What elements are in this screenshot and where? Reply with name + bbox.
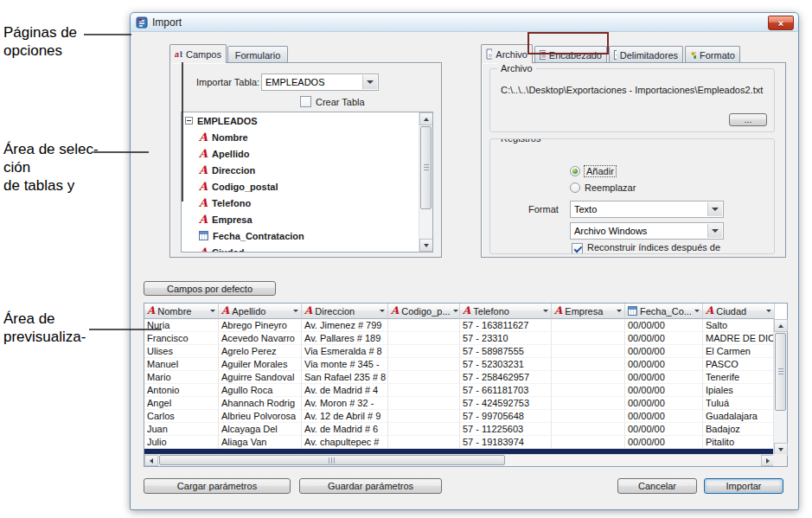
tree-scrollbar[interactable] <box>419 112 432 252</box>
scrollbar-thumb[interactable] <box>775 333 786 411</box>
encoding-combobox[interactable]: Archivo Windows <box>570 222 724 240</box>
table-cell <box>388 332 460 345</box>
table-cell <box>388 410 460 423</box>
rebuild-indexes-checkbox[interactable]: Reconstruir índices después de importar <box>572 242 741 254</box>
tree-item-codigo_postal[interactable]: ACodigo_postal <box>182 178 432 195</box>
column-header-6[interactable]: Fecha_Co... <box>625 304 703 319</box>
text-field-icon: A <box>199 165 208 175</box>
table-cell: Aguiler Morales <box>219 358 302 371</box>
tree-item-apellido[interactable]: AApellido <box>182 145 432 162</box>
table-row[interactable]: UlisesAgrelo PerezVia Esmeralda # 857 - … <box>144 345 775 358</box>
default-fields-button[interactable]: Campos por defecto <box>144 281 276 296</box>
tab-encabezado[interactable]: Encabezado <box>534 46 607 63</box>
tree-item-label: Empresa <box>212 214 252 225</box>
table-row[interactable]: NuriaAbrego PineyroAv. Jimenez # 79957 -… <box>144 319 775 332</box>
tree-item-telefono[interactable]: ATelefono <box>182 195 432 211</box>
tab-formulario[interactable]: Formulario <box>227 46 288 63</box>
titlebar[interactable]: Import × <box>131 13 798 32</box>
collapse-icon[interactable] <box>185 117 193 125</box>
load-parameters-label: Cargar parámetros <box>177 481 257 491</box>
table-cell: Pitalito <box>703 436 775 449</box>
column-header-0[interactable]: ANombre <box>144 304 219 319</box>
table-row[interactable]: AngelAhannach RodrigAv. Moron # 32 -57 -… <box>144 397 775 410</box>
tab-campos[interactable]: a b c Campos <box>169 44 227 63</box>
grip-icon <box>424 164 429 171</box>
browse-button[interactable]: ... <box>729 113 767 126</box>
table-row[interactable]: JulioAliaga VanAv. chapultepec #57 - 191… <box>144 436 775 449</box>
column-header-4[interactable]: ATelefono <box>460 304 552 319</box>
scroll-left-button[interactable] <box>144 455 158 466</box>
tab-delimitadores[interactable]: Delimitadores <box>609 46 683 63</box>
scroll-up-button[interactable] <box>774 319 788 332</box>
table-cell: Julio <box>144 436 219 449</box>
column-filter-arrow-icon <box>543 310 548 312</box>
combobox-dropdown-button[interactable] <box>707 224 722 238</box>
table-cell: Nuria <box>144 319 219 332</box>
column-header-label: Nombre <box>157 306 191 317</box>
column-header-2[interactable]: ADireccion <box>302 304 388 319</box>
column-header-3[interactable]: ACodigo_p... <box>388 304 460 319</box>
table-row[interactable]: MarioAguirre SandovalSan Rafael 235 # 85… <box>144 371 775 384</box>
preview-hscrollbar[interactable] <box>144 454 775 466</box>
table-row[interactable]: CarlosAlbrieu PolvorosaAv. 12 de Abril #… <box>144 410 775 423</box>
save-parameters-button[interactable]: Guardar parámetros <box>299 478 442 494</box>
tree-item-ciudad[interactable]: ACiudad <box>182 244 432 253</box>
scroll-down-button[interactable] <box>419 239 433 252</box>
browse-button-label: ... <box>745 115 751 125</box>
load-parameters-button[interactable]: Cargar parámetros <box>144 478 291 494</box>
close-button[interactable]: × <box>768 16 794 30</box>
import-table-combobox[interactable]: EMPLEADOS <box>261 74 379 91</box>
hscroll-thumb[interactable] <box>159 455 505 465</box>
table-row[interactable]: FranciscoAcevedo NavarroAv. Pallares # 1… <box>144 332 775 345</box>
registros-groupbox: Registros Añadir Reemplazar Format Texto… <box>489 138 775 254</box>
table-row[interactable]: AntonioAgullo RocaAv. de Madrid # 457 - … <box>144 384 775 397</box>
table-cell: Av. Jimenez # 799 <box>302 319 388 332</box>
column-header-5[interactable]: AEmpresa <box>552 304 625 319</box>
column-header-7[interactable]: ACiudad <box>703 304 775 319</box>
table-cell: Antonio <box>144 384 219 397</box>
table-cell: Av. 12 de Abril # 9 <box>302 410 388 423</box>
annotation-text-line: ción <box>3 158 99 176</box>
tree-item-direccion[interactable]: ADireccion <box>182 162 432 178</box>
svg-text:a: a <box>175 50 179 59</box>
tree-item-empresa[interactable]: AEmpresa <box>182 211 432 227</box>
tab-formato[interactable]: Formato <box>685 46 740 63</box>
radio-reemplazar[interactable]: Reemplazar <box>570 182 636 193</box>
scroll-up-button[interactable] <box>419 112 433 125</box>
combobox-dropdown-button[interactable] <box>707 202 722 216</box>
column-filter-arrow-icon <box>380 310 385 312</box>
text-field-icon: A <box>199 198 208 208</box>
hscroll-track[interactable] <box>158 455 761 466</box>
table-cell: Carlos <box>144 410 219 423</box>
table-cell <box>388 397 460 410</box>
table-cell: Juan <box>144 423 219 436</box>
format-icon <box>690 50 696 60</box>
text-field-icon: A <box>199 149 208 158</box>
import-table-label: Importar Tabla: <box>196 77 259 87</box>
create-table-checkbox[interactable]: Crear Tabla <box>300 96 365 107</box>
tree-item-fecha_contratacion[interactable]: Fecha_Contratacion <box>182 227 432 244</box>
tree-item-label: Apellido <box>212 149 249 159</box>
column-filter-arrow-icon <box>694 310 700 312</box>
format-combobox[interactable]: Texto <box>570 201 724 218</box>
table-row[interactable]: ManuelAguiler MoralesVia monte # 345 -57… <box>144 358 775 371</box>
tree-item-label: Telefono <box>212 198 251 208</box>
tree-item-nombre[interactable]: ANombre <box>182 129 432 145</box>
preview-vscrollbar[interactable] <box>773 319 787 456</box>
combobox-dropdown-button[interactable] <box>362 75 377 89</box>
default-fields-button-label: Campos por defecto <box>167 284 253 294</box>
table-cell: Ipiales <box>703 384 775 397</box>
tree-root-employees[interactable]: EMPLEADOS <box>182 112 432 129</box>
radio-anadir[interactable]: Añadir <box>570 166 616 176</box>
table-row[interactable]: JuanAlcayaga DelAv. de Madrid # 657 - 11… <box>144 423 775 436</box>
annotation-area-seleccion: Área de selec- ción de tablas y <box>3 140 99 195</box>
import-button[interactable]: Importar <box>704 478 783 494</box>
checkbox-checked-icon <box>572 243 583 254</box>
preview-table: ANombreAApellidoADireccionACodigo_p...AT… <box>144 303 788 467</box>
scrollbar-thumb[interactable] <box>420 126 432 209</box>
cancel-button[interactable]: Cancelar <box>617 478 697 494</box>
table-cell <box>552 423 625 436</box>
tree-item-label: Direccion <box>212 165 255 176</box>
column-header-1[interactable]: AApellido <box>219 304 302 319</box>
tab-archivo[interactable]: Archivo <box>481 44 533 63</box>
